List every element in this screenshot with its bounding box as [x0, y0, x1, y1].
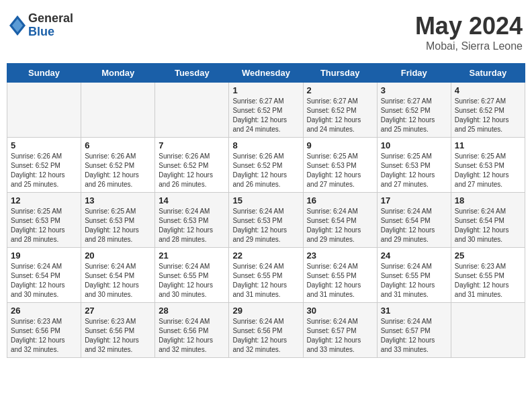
- logo-text: General Blue: [28, 12, 73, 39]
- calendar-cell: 26Sunrise: 6:23 AM Sunset: 6:56 PM Dayli…: [7, 303, 81, 358]
- week-row-2: 5Sunrise: 6:26 AM Sunset: 6:52 PM Daylig…: [7, 138, 525, 193]
- calendar-cell: 17Sunrise: 6:24 AM Sunset: 6:54 PM Dayli…: [377, 193, 451, 248]
- day-info: Sunrise: 6:24 AM Sunset: 6:54 PM Dayligh…: [307, 207, 373, 244]
- calendar-cell: 29Sunrise: 6:24 AM Sunset: 6:56 PM Dayli…: [229, 303, 303, 358]
- day-info: Sunrise: 6:24 AM Sunset: 6:57 PM Dayligh…: [307, 317, 373, 355]
- weekday-header-row: SundayMondayTuesdayWednesdayThursdayFrid…: [7, 64, 525, 83]
- day-info: Sunrise: 6:26 AM Sunset: 6:52 PM Dayligh…: [85, 152, 151, 189]
- day-info: Sunrise: 6:24 AM Sunset: 6:56 PM Dayligh…: [159, 317, 225, 355]
- weekday-header-sunday: Sunday: [7, 64, 81, 83]
- day-number: 25: [455, 250, 521, 261]
- day-number: 10: [381, 140, 447, 150]
- day-number: 7: [159, 140, 225, 150]
- day-number: 30: [307, 306, 373, 316]
- day-number: 20: [85, 250, 151, 261]
- logo-icon: [9, 15, 26, 36]
- calendar-cell: [155, 83, 229, 138]
- day-number: 18: [455, 195, 521, 205]
- day-number: 26: [11, 306, 77, 316]
- weekday-header-thursday: Thursday: [303, 64, 377, 83]
- day-info: Sunrise: 6:25 AM Sunset: 6:53 PM Dayligh…: [381, 152, 447, 189]
- calendar-cell: 14Sunrise: 6:24 AM Sunset: 6:53 PM Dayli…: [155, 193, 229, 248]
- day-number: 2: [307, 85, 373, 95]
- day-info: Sunrise: 6:24 AM Sunset: 6:54 PM Dayligh…: [85, 262, 151, 300]
- calendar-cell: 15Sunrise: 6:24 AM Sunset: 6:53 PM Dayli…: [229, 193, 303, 248]
- calendar-cell: 3Sunrise: 6:27 AM Sunset: 6:52 PM Daylig…: [377, 83, 451, 138]
- day-number: 28: [159, 306, 225, 316]
- week-row-4: 19Sunrise: 6:24 AM Sunset: 6:54 PM Dayli…: [7, 248, 525, 303]
- location: Mobai, Sierra Leone: [415, 40, 523, 52]
- day-info: Sunrise: 6:24 AM Sunset: 6:55 PM Dayligh…: [381, 262, 447, 300]
- weekday-header-wednesday: Wednesday: [229, 64, 303, 83]
- day-info: Sunrise: 6:27 AM Sunset: 6:52 PM Dayligh…: [455, 97, 521, 134]
- month-title: May 2024: [415, 12, 523, 40]
- day-number: 5: [11, 140, 77, 150]
- calendar-cell: 8Sunrise: 6:26 AM Sunset: 6:52 PM Daylig…: [229, 138, 303, 193]
- weekday-header-tuesday: Tuesday: [155, 64, 229, 83]
- calendar-cell: 5Sunrise: 6:26 AM Sunset: 6:52 PM Daylig…: [7, 138, 81, 193]
- weekday-header-saturday: Saturday: [451, 64, 525, 83]
- day-number: 17: [381, 195, 447, 205]
- day-number: 11: [455, 140, 521, 150]
- calendar-cell: 13Sunrise: 6:25 AM Sunset: 6:53 PM Dayli…: [81, 193, 155, 248]
- day-number: 27: [85, 306, 151, 316]
- day-info: Sunrise: 6:24 AM Sunset: 6:57 PM Dayligh…: [381, 317, 447, 355]
- calendar-cell: 27Sunrise: 6:23 AM Sunset: 6:56 PM Dayli…: [81, 303, 155, 358]
- day-info: Sunrise: 6:25 AM Sunset: 6:53 PM Dayligh…: [307, 152, 373, 189]
- day-number: 12: [11, 195, 77, 205]
- day-number: 31: [381, 306, 447, 316]
- week-row-3: 12Sunrise: 6:25 AM Sunset: 6:53 PM Dayli…: [7, 193, 525, 248]
- day-info: Sunrise: 6:24 AM Sunset: 6:54 PM Dayligh…: [11, 262, 77, 300]
- calendar-cell: 16Sunrise: 6:24 AM Sunset: 6:54 PM Dayli…: [303, 193, 377, 248]
- day-number: 15: [232, 195, 299, 205]
- week-row-5: 26Sunrise: 6:23 AM Sunset: 6:56 PM Dayli…: [7, 303, 525, 358]
- calendar-table: SundayMondayTuesdayWednesdayThursdayFrid…: [7, 63, 525, 358]
- calendar-cell: 31Sunrise: 6:24 AM Sunset: 6:57 PM Dayli…: [377, 303, 451, 358]
- day-info: Sunrise: 6:24 AM Sunset: 6:55 PM Dayligh…: [159, 262, 225, 300]
- day-info: Sunrise: 6:24 AM Sunset: 6:54 PM Dayligh…: [455, 207, 521, 244]
- day-info: Sunrise: 6:23 AM Sunset: 6:55 PM Dayligh…: [455, 262, 521, 300]
- day-info: Sunrise: 6:26 AM Sunset: 6:52 PM Dayligh…: [232, 152, 299, 189]
- calendar-cell: 9Sunrise: 6:25 AM Sunset: 6:53 PM Daylig…: [303, 138, 377, 193]
- day-number: 29: [232, 306, 299, 316]
- calendar-cell: [81, 83, 155, 138]
- day-number: 19: [11, 250, 77, 261]
- weekday-header-monday: Monday: [81, 64, 155, 83]
- calendar-cell: 12Sunrise: 6:25 AM Sunset: 6:53 PM Dayli…: [7, 193, 81, 248]
- day-number: 14: [159, 195, 225, 205]
- day-info: Sunrise: 6:24 AM Sunset: 6:55 PM Dayligh…: [307, 262, 373, 300]
- weekday-header-friday: Friday: [377, 64, 451, 83]
- calendar-cell: 23Sunrise: 6:24 AM Sunset: 6:55 PM Dayli…: [303, 248, 377, 303]
- logo-blue: Blue: [28, 26, 73, 39]
- day-number: 6: [85, 140, 151, 150]
- day-info: Sunrise: 6:24 AM Sunset: 6:53 PM Dayligh…: [159, 207, 225, 244]
- calendar-cell: 7Sunrise: 6:26 AM Sunset: 6:52 PM Daylig…: [155, 138, 229, 193]
- day-number: 13: [85, 195, 151, 205]
- day-number: 21: [159, 250, 225, 261]
- title-area: May 2024 Mobai, Sierra Leone: [415, 12, 523, 52]
- calendar-cell: 18Sunrise: 6:24 AM Sunset: 6:54 PM Dayli…: [451, 193, 525, 248]
- calendar-cell: 2Sunrise: 6:27 AM Sunset: 6:52 PM Daylig…: [303, 83, 377, 138]
- week-row-1: 1Sunrise: 6:27 AM Sunset: 6:52 PM Daylig…: [7, 83, 525, 138]
- day-info: Sunrise: 6:24 AM Sunset: 6:54 PM Dayligh…: [381, 207, 447, 244]
- day-info: Sunrise: 6:26 AM Sunset: 6:52 PM Dayligh…: [11, 152, 77, 189]
- calendar-cell: 10Sunrise: 6:25 AM Sunset: 6:53 PM Dayli…: [377, 138, 451, 193]
- calendar-cell: 6Sunrise: 6:26 AM Sunset: 6:52 PM Daylig…: [81, 138, 155, 193]
- day-number: 23: [307, 250, 373, 261]
- calendar-cell: 22Sunrise: 6:24 AM Sunset: 6:55 PM Dayli…: [229, 248, 303, 303]
- day-number: 16: [307, 195, 373, 205]
- day-info: Sunrise: 6:27 AM Sunset: 6:52 PM Dayligh…: [232, 97, 299, 134]
- day-number: 3: [381, 85, 447, 95]
- calendar-cell: 20Sunrise: 6:24 AM Sunset: 6:54 PM Dayli…: [81, 248, 155, 303]
- day-number: 9: [307, 140, 373, 150]
- day-info: Sunrise: 6:27 AM Sunset: 6:52 PM Dayligh…: [307, 97, 373, 134]
- logo-general: General: [28, 12, 73, 26]
- calendar-cell: [451, 303, 525, 358]
- calendar-cell: 1Sunrise: 6:27 AM Sunset: 6:52 PM Daylig…: [229, 83, 303, 138]
- day-number: 4: [455, 85, 521, 95]
- day-info: Sunrise: 6:24 AM Sunset: 6:53 PM Dayligh…: [232, 207, 299, 244]
- day-info: Sunrise: 6:24 AM Sunset: 6:56 PM Dayligh…: [232, 317, 299, 355]
- day-info: Sunrise: 6:24 AM Sunset: 6:55 PM Dayligh…: [232, 262, 299, 300]
- day-number: 22: [232, 250, 299, 261]
- calendar-cell: 24Sunrise: 6:24 AM Sunset: 6:55 PM Dayli…: [377, 248, 451, 303]
